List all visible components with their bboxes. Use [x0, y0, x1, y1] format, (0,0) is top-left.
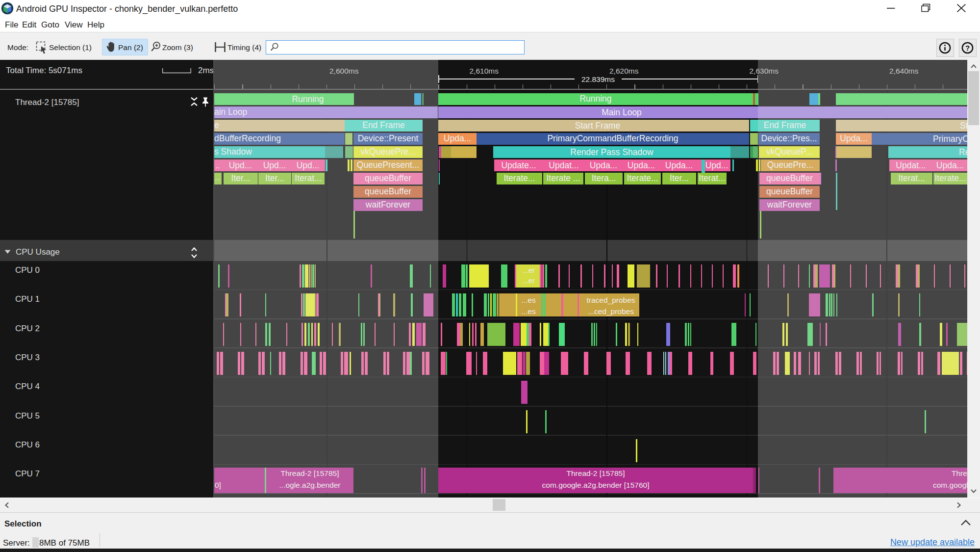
svg-text:?: ? — [965, 44, 970, 52]
